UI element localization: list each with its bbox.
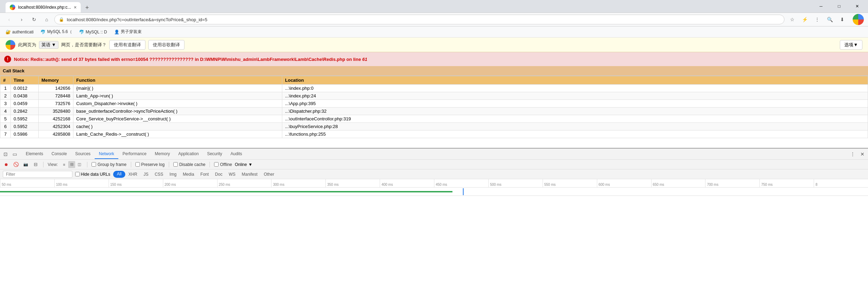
bookmark-mysqlD[interactable]: 🐬 MySQL :: D: [76, 29, 110, 35]
disable-cache-input[interactable]: [173, 162, 178, 167]
filter-tab-js[interactable]: JS: [140, 171, 151, 178]
group-by-frame-checkbox[interactable]: Group by frame: [92, 162, 126, 167]
view-split-button[interactable]: ◫: [76, 161, 83, 168]
filter-tab-css[interactable]: CSS: [151, 171, 166, 178]
cell-num: 4: [0, 108, 11, 115]
filter-tab-img[interactable]: Img: [166, 171, 180, 178]
bookmark-clothing[interactable]: 👤 男子穿装束: [111, 28, 144, 35]
preserve-log-checkbox[interactable]: Preserve log: [135, 162, 165, 167]
filter-tab-media[interactable]: Media: [180, 171, 197, 178]
filter-tab-all[interactable]: All: [113, 171, 125, 178]
cell-time: 0.0012: [11, 85, 39, 92]
offline-input[interactable]: [214, 162, 219, 167]
bookmark-star-button[interactable]: ☆: [787, 15, 797, 24]
download-button[interactable]: ⬇: [837, 15, 847, 24]
offline-label: Offline: [220, 162, 232, 167]
trans-lang-selector[interactable]: 英语 ▼: [39, 41, 58, 49]
chrome-logo-small: [6, 40, 15, 50]
minimize-button[interactable]: ─: [813, 0, 829, 13]
cell-function: Lamb_Cache_Redis->__construct( ): [73, 130, 282, 138]
devtools-tab-audits[interactable]: Audits: [226, 149, 246, 159]
cell-location: ...\Dispatcher.php:32: [282, 108, 868, 115]
preserve-log-input[interactable]: [135, 162, 140, 167]
separator-4: [169, 162, 169, 167]
view-list-button[interactable]: ≡: [61, 161, 68, 168]
back-button[interactable]: ‹: [4, 15, 14, 24]
lock-icon: 🔒: [59, 17, 64, 22]
devtools-close-icon[interactable]: ✕: [858, 150, 867, 158]
devtools-tab-performance[interactable]: Performance: [118, 149, 151, 159]
trans-btn-google[interactable]: 使用谷歌翻译: [148, 40, 184, 50]
devtools-tab-memory[interactable]: Memory: [151, 149, 174, 159]
timeline-mark: 300 ms: [271, 179, 325, 187]
error-line: 61: [362, 57, 367, 62]
cell-num: 5: [0, 115, 11, 123]
timeline-blue-mark: [463, 188, 464, 195]
devtools-tab-console[interactable]: Console: [47, 149, 71, 159]
devtools-tab-elements[interactable]: Elements: [22, 149, 47, 159]
cell-memory: 4252304: [39, 123, 73, 130]
cell-location: ...\index.php:24: [282, 92, 868, 100]
hide-data-urls-checkbox[interactable]: Hide data URLs: [75, 172, 110, 177]
tab-close-button[interactable]: ×: [74, 5, 77, 10]
device-icon[interactable]: ▭: [10, 150, 19, 158]
cell-location: ...\index.php:0: [282, 85, 868, 92]
maximize-button[interactable]: □: [831, 0, 847, 13]
active-tab[interactable]: localhost:8080/index.php:c... ×: [6, 2, 81, 13]
filter-tab-font[interactable]: Font: [197, 171, 212, 178]
devtools-tab-application[interactable]: Application: [174, 149, 203, 159]
bookmark-authenticati[interactable]: 🔐 authenticati: [3, 29, 36, 35]
close-button[interactable]: ✕: [849, 0, 865, 13]
trans-options-button[interactable]: 选项▼: [840, 40, 862, 50]
filter-tab-ws[interactable]: WS: [226, 171, 238, 178]
devtools-left-icons: ⊡ ▭: [1, 150, 19, 158]
trans-btn-youdao[interactable]: 使用有道翻译: [109, 40, 145, 50]
devtools-tab-sources[interactable]: Sources: [71, 149, 95, 159]
devtools-more-icon[interactable]: ⋮: [849, 150, 857, 158]
group-by-frame-input[interactable]: [92, 162, 96, 167]
new-tab-button[interactable]: +: [82, 3, 92, 13]
title-bar: localhost:8080/index.php:c... × + ─ □ ✕: [0, 0, 868, 13]
offline-checkbox[interactable]: Offline: [214, 162, 232, 167]
lightning-button[interactable]: ⚡: [800, 15, 810, 24]
filter-input[interactable]: [3, 171, 72, 178]
timeline-mark: 8: [814, 179, 868, 187]
search-button[interactable]: 🔍: [825, 15, 835, 24]
error-icon: !: [4, 56, 11, 63]
window-controls: ─ □ ✕: [813, 0, 865, 13]
home-button[interactable]: ⌂: [42, 15, 52, 24]
filter-tab-manifest[interactable]: Manifest: [239, 171, 261, 178]
bookmarks-bar: 🔐 authenticati 🐬 MySQL 5.6（ 🐬 MySQL :: D…: [0, 26, 868, 38]
devtools-tab-network[interactable]: Network: [95, 149, 118, 159]
timeline-mark: 650 ms: [651, 179, 705, 187]
bookmark-label: MySQL :: D: [86, 30, 107, 34]
camera-button[interactable]: 📷: [22, 161, 29, 168]
disable-cache-checkbox[interactable]: Disable cache: [173, 162, 205, 167]
browser-chrome: localhost:8080/index.php:c... × + ─ □ ✕ …: [0, 0, 868, 52]
hide-data-urls-input[interactable]: [75, 172, 80, 176]
devtools-tab-security[interactable]: Security: [203, 149, 226, 159]
devtools-panel: ⊡ ▭ ElementsConsoleSourcesNetworkPerform…: [0, 148, 868, 294]
filter-tab-doc[interactable]: Doc: [212, 171, 226, 178]
network-toolbar: ⏺ 🚫 📷 ⊟ View: ≡ ⊟ ◫ Group by frame Prese…: [0, 160, 868, 169]
online-dropdown[interactable]: Online ▼: [235, 162, 253, 167]
cell-time: 0.0459: [11, 100, 39, 108]
bookmark-mysql56[interactable]: 🐬 MySQL 5.6（: [38, 28, 75, 35]
menu-dots-button[interactable]: ⋮: [812, 15, 822, 24]
filter-tab-xhr[interactable]: XHR: [125, 171, 140, 178]
col-header-memory: Memory: [39, 76, 73, 85]
online-text: Online: [235, 162, 247, 167]
timeline-marks: 50 ms100 ms150 ms200 ms250 ms300 ms350 m…: [0, 179, 868, 187]
inspect-icon[interactable]: ⊡: [1, 150, 10, 158]
filter-tab-other[interactable]: Other: [261, 171, 277, 178]
view-grid-button[interactable]: ⊟: [68, 161, 75, 168]
address-input[interactable]: 🔒 localhost:8080/index.php?c=outInterfac…: [54, 15, 784, 24]
cell-time: 0.2842: [11, 108, 39, 115]
filter-button[interactable]: ⊟: [32, 161, 39, 168]
forward-button[interactable]: ›: [17, 15, 26, 24]
col-header-num: #: [0, 76, 11, 85]
reload-button[interactable]: ↻: [29, 15, 39, 24]
clear-button[interactable]: 🚫: [13, 161, 19, 168]
bookmark-icon: 🐬: [79, 30, 84, 34]
record-button[interactable]: ⏺: [3, 161, 10, 168]
